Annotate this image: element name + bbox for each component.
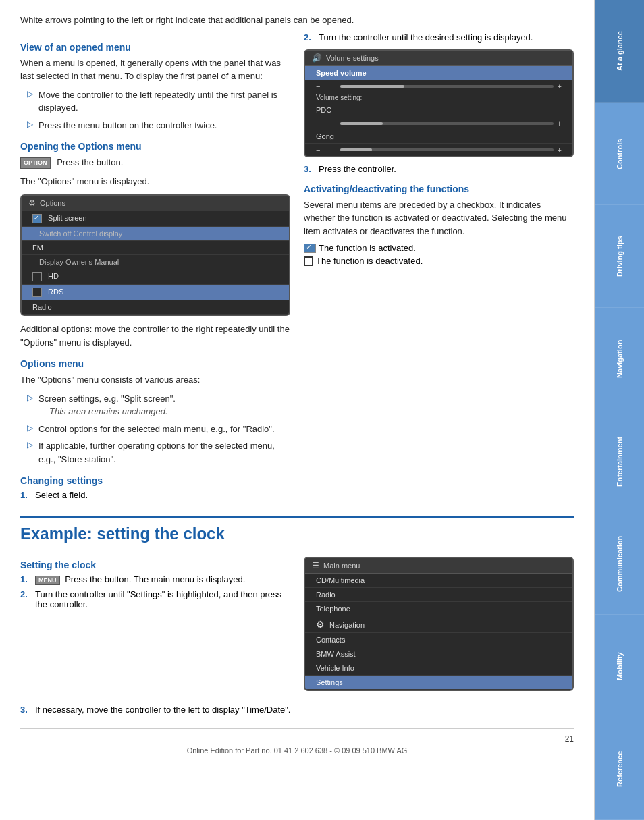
options-menu-heading: Options menu — [20, 358, 290, 369]
clock-step-2: 2. Turn the controller until "Settings" … — [20, 589, 290, 609]
options-bullet-sub-1: This area remains unchanged. — [38, 406, 168, 416]
options-bullet-text-2: Control options for the selected main me… — [38, 422, 275, 436]
pdc-row: PDC — [305, 103, 572, 117]
options-bullet-text-1: Screen settings, e.g. "Split screen". — [38, 393, 176, 404]
slider-fill-gong — [340, 148, 372, 151]
right-column: 2. Turn the controller until the desired… — [304, 32, 574, 505]
main-menu-header: ☰ Main menu — [305, 558, 572, 574]
options-panel-header: ⚙ Options — [22, 196, 289, 211]
sidebar-tab-controls[interactable]: Controls — [595, 103, 644, 205]
bullet-arrow-4: ▷ — [27, 423, 33, 433]
options-bullet-3: ▷ If applicable, further operating optio… — [20, 439, 290, 466]
active-label: The function is activated. — [319, 243, 416, 253]
bullet-arrow-1: ▷ — [27, 89, 33, 99]
setting-clock-heading: Setting the clock — [20, 559, 290, 570]
view-opened-menu-heading: View of an opened menu — [20, 42, 290, 53]
volume-panel: 🔊 Volume settings Speed volume − + Volum… — [304, 49, 574, 157]
menu-cd: CD/Multimedia — [305, 574, 572, 588]
clock-step1-text: MENU Press the button. The main menu is … — [35, 574, 245, 585]
slider-plus: + — [558, 82, 562, 90]
main-menu-icon: ☰ — [312, 561, 319, 570]
right-step-2: 2. Turn the controller until the desired… — [304, 32, 574, 43]
option-display-manual: Display Owner's Manual — [22, 255, 289, 269]
opening-options-heading: Opening the Options menu — [20, 141, 290, 152]
changing-settings-heading: Changing settings — [20, 475, 290, 486]
bullet-arrow-2: ▷ — [27, 119, 33, 129]
clock-right-col: ☰ Main menu CD/Multimedia Radio Telephon… — [304, 550, 574, 698]
sidebar-tab-reference[interactable]: Reference — [595, 717, 644, 820]
sidebar-tab-navigation[interactable]: Navigation — [595, 308, 644, 410]
check-inactive-hd — [32, 272, 42, 281]
clock-step3-text: If necessary, move the controller to the… — [35, 705, 290, 715]
main-content: White arrows pointing to the left or rig… — [0, 0, 594, 820]
options-bullet-2: ▷ Control options for the selected main … — [20, 422, 290, 436]
clock-step-1: 1. MENU Press the button. The main menu … — [20, 574, 290, 585]
menu-telephone: Telephone — [305, 602, 572, 616]
options-panel-container: ⚙ Options Split screen Switch off Contro… — [20, 194, 290, 316]
bullet-arrow-5: ▷ — [27, 440, 33, 449]
check-inactive-rds — [32, 288, 42, 297]
option-split-screen: Split screen — [22, 211, 289, 227]
right-step-3: 3. Press the controller. — [304, 164, 574, 174]
page-number: 21 — [20, 734, 574, 744]
changing-step-text: Select a field. — [35, 490, 88, 500]
option-rds: RDS — [22, 285, 289, 300]
check-active-indicator — [304, 244, 316, 253]
options-panel: ⚙ Options Split screen Switch off Contro… — [20, 194, 290, 316]
options-panel-icon: ⚙ — [28, 198, 36, 208]
options-panel-title: Options — [40, 199, 65, 207]
slider-minus: − — [316, 82, 336, 90]
bullet-1: ▷ Move the controller to the left repeat… — [20, 88, 290, 115]
speed-volume-row: Speed volume — [305, 66, 572, 80]
check-inactive-indicator — [304, 256, 313, 266]
clock-step2-text: Turn the controller until "Settings" is … — [35, 589, 290, 609]
gong-slider: − + — [305, 144, 572, 156]
footer: 21 Online Edition for Part no. 01 41 2 6… — [20, 728, 574, 755]
pdc-slider: − + — [305, 117, 572, 130]
bullet-arrow-3: ▷ — [27, 393, 33, 402]
slider-track-gong — [340, 148, 554, 151]
opening-options-para2: The "Options" menu is displayed. — [20, 175, 290, 188]
pdc-plus: + — [558, 119, 562, 128]
sidebar-tab-entertainment[interactable]: Entertainment — [595, 410, 644, 513]
left-column: View of an opened menu When a menu is op… — [20, 32, 290, 505]
menu-radio: Radio — [305, 588, 572, 602]
options-menu-para: The "Options" menu consists of various a… — [20, 373, 290, 387]
bullet-2: ▷ Press the menu button on the controlle… — [20, 119, 290, 132]
sidebar-tab-at-glance[interactable]: At a glance — [595, 0, 644, 103]
pdc-minus: − — [316, 119, 336, 128]
sidebar: At a glance Controls Driving tips Naviga… — [594, 0, 644, 820]
changing-step-1: 1. Select a field. — [20, 490, 290, 500]
gear-icon: ⚙ — [316, 619, 325, 630]
option-switch-off: Switch off Control display — [22, 227, 289, 241]
footer-text: Online Edition for Part no. 01 41 2 602 … — [20, 746, 574, 755]
active-status: The function is activated. — [304, 243, 574, 253]
bullet-text-1: Move the controller to the left repeated… — [38, 88, 290, 115]
menu-bmw-assist: BMW Assist — [305, 647, 572, 661]
option-fm: FM — [22, 241, 289, 255]
sidebar-tab-communication[interactable]: Communication — [595, 512, 644, 615]
inactive-status: The function is deactivated. — [304, 256, 574, 266]
activating-para: Several menu items are preceded by a che… — [304, 198, 574, 238]
menu-contacts: Contacts — [305, 633, 572, 647]
clock-step1-num: 1. — [20, 574, 31, 585]
changing-step-num: 1. — [20, 490, 31, 500]
slider-fill-pdc — [340, 122, 383, 125]
clock-left-col: Setting the clock 1. MENU Press the butt… — [20, 550, 290, 698]
bullet-text-2: Press the menu button on the controller … — [38, 119, 217, 132]
step3-num: 3. — [304, 164, 315, 174]
main-menu-title: Main menu — [323, 562, 360, 570]
example-clock-heading: Example: setting the clock — [20, 516, 574, 543]
sidebar-tab-mobility[interactable]: Mobility — [595, 615, 644, 717]
step2-num: 2. — [304, 32, 315, 43]
clock-step2-num: 2. — [20, 589, 31, 609]
view-opened-menu-para: When a menu is opened, it generally open… — [20, 57, 290, 83]
opening-options-para1: OPTION Press the button. — [20, 156, 290, 169]
volume-panel-title: Volume settings — [326, 54, 379, 62]
menu-vehicle-info: Vehicle Info — [305, 661, 572, 676]
gong-plus: + — [558, 146, 562, 154]
additional-options-para: Additional options: move the controller … — [20, 323, 290, 349]
sidebar-tab-driving[interactable]: Driving tips — [595, 205, 644, 308]
menu-badge: MENU — [35, 576, 60, 585]
volume-setting-label: Volume setting: — [305, 92, 572, 103]
